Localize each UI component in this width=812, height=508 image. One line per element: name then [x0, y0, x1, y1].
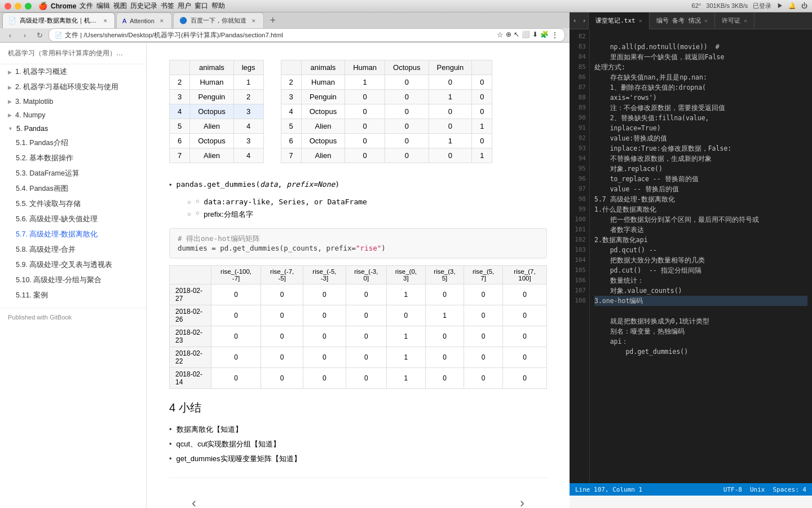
- tab-attention[interactable]: A Attention ✕: [116, 12, 172, 28]
- editor-tab-close-notes[interactable]: ✕: [639, 17, 642, 24]
- menu-dots[interactable]: ⋮: [551, 30, 559, 40]
- editor-status-bar: Line 107, Column 1 UTF-8 Unix Spaces: 4: [570, 483, 812, 496]
- sidebar-item-3[interactable]: ▶ 3. Matplotlib: [0, 95, 146, 108]
- api-call: pandas.get_dummies(data, prefix=None): [176, 180, 340, 189]
- cursor-icon[interactable]: ↖: [514, 30, 519, 40]
- menu-help[interactable]: 帮助: [211, 1, 225, 11]
- download-icon[interactable]: ⬇: [532, 30, 538, 40]
- sidebar-label-5-3: 5.3. DataFrame运算: [16, 169, 80, 178]
- chevron-icon-5: ▼: [8, 126, 13, 132]
- sidebar-item-5-10[interactable]: 5.10. 高级处理-分组与聚合: [0, 273, 146, 288]
- sidebar-item-5-4[interactable]: 5.4. Pandas画图: [0, 181, 146, 196]
- menu-window[interactable]: 窗口: [195, 1, 208, 11]
- sidebar-label-5-7: 5.7. 高级处理-数据离散化: [16, 230, 98, 239]
- back-button[interactable]: ‹: [5, 29, 16, 41]
- editor-code[interactable]: np.all(pd.notnull(movie)) # 里面如果有一个缺失值，就…: [590, 29, 812, 483]
- summary-list: 数据离散化【知道】 qcut、cut实现数据分组【知道】 get_dummies…: [169, 422, 547, 466]
- menu-apple[interactable]: 🍎: [38, 2, 47, 10]
- menu-chrome[interactable]: Chrome: [51, 2, 76, 10]
- editor-body: 8283848586878889909192939495969798991001…: [570, 29, 812, 483]
- sidebar-item-5-3[interactable]: 5.3. DataFrame运算: [0, 166, 146, 181]
- extensions-icon[interactable]: 🧩: [540, 30, 549, 40]
- sidebar-label-5-10: 5.10. 高级处理-分组与聚合: [16, 275, 102, 285]
- tab-bar: 📄 高级处理-数据离散化｜机器学… ✕ A Attention ✕ 🔵 百度一下…: [0, 12, 570, 28]
- editor-tab-number[interactable]: 编号 备考 情况 ✕: [650, 12, 715, 29]
- menu-edit[interactable]: 编辑: [96, 1, 110, 11]
- next-page-button[interactable]: ›: [520, 495, 524, 508]
- chevron-icon-3: ▶: [8, 99, 12, 104]
- sidebar-label-5-4: 5.4. Pandas画图: [16, 184, 68, 194]
- sidebar-item-2[interactable]: ▶ 2. 机器学习基础环境安装与使用: [0, 80, 146, 95]
- page-navigation: ‹ ›: [169, 478, 547, 508]
- sidebar-item-5-9[interactable]: 5.9. 高级处理-交叉表与透视表: [0, 257, 146, 273]
- sidebar-item-5-8[interactable]: 5.8. 高级处理-合并: [0, 242, 146, 257]
- prev-page-button[interactable]: ‹: [192, 495, 196, 508]
- bookmark-icon[interactable]: ☆: [497, 30, 504, 40]
- editor-panel: ‹ › 课堂笔记.txt ✕ 编号 备考 情况 ✕ 许可证 ✕ 82838485…: [570, 12, 812, 496]
- sidebar-label-5-6: 5.6. 高级处理-缺失值处理: [16, 214, 98, 224]
- menu-history[interactable]: 历史记录: [130, 1, 157, 11]
- sidebar-label-5-5: 5.5. 文件读取与存储: [16, 199, 81, 209]
- macos-menu-bar: 🍎 Chrome 文件 编辑 视图 历史记录 书签 用户 窗口 帮助 62° 3…: [0, 0, 812, 12]
- tab-favicon-main: 📄: [8, 17, 16, 24]
- sidebar-item-5[interactable]: ▼ 5. Pandas: [0, 122, 146, 135]
- sidebar-label-4: 4. Numpy: [15, 111, 46, 119]
- tab-close-baidu[interactable]: ✕: [250, 17, 258, 25]
- sidebar-item-5-6[interactable]: 5.6. 高级处理-缺失值处理: [0, 212, 146, 227]
- editor-nav-right[interactable]: ›: [580, 12, 589, 29]
- editor-tab-number-label: 编号 备考 情况: [656, 16, 701, 25]
- api-param-data: data:array-like, Series, or DataFrame: [204, 198, 367, 206]
- sidebar-label-5-2: 5.2. 基本数据操作: [16, 154, 73, 163]
- close-button[interactable]: [5, 3, 11, 10]
- reload-button[interactable]: ↻: [34, 29, 45, 41]
- editor-tab-license[interactable]: 许可证 ✕: [715, 12, 754, 29]
- new-tab-button[interactable]: +: [265, 12, 281, 28]
- summary-heading: 4 小结: [169, 400, 547, 415]
- editor-tab-license-label: 许可证: [722, 16, 740, 25]
- menu-user[interactable]: 用户: [178, 1, 191, 11]
- pip-icon[interactable]: ⬜: [522, 30, 530, 40]
- editor-tab-notes[interactable]: 课堂笔记.txt ✕: [589, 12, 650, 29]
- sidebar-item-4[interactable]: ▶ 4. Numpy: [0, 108, 146, 122]
- sidebar-item-1[interactable]: ▶ 1. 机器学习概述: [0, 64, 146, 80]
- forward-button[interactable]: ›: [19, 29, 30, 41]
- minimize-button[interactable]: [15, 3, 21, 10]
- sidebar-item-5-2[interactable]: 5.2. 基本数据操作: [0, 151, 146, 166]
- sidebar-label-2: 2. 机器学习基础环境安装与使用: [15, 82, 118, 92]
- screen-icon[interactable]: ⊕: [506, 30, 511, 40]
- sidebar-item-5-11[interactable]: 5.11. 案例: [0, 288, 146, 303]
- sidebar-label-3: 3. Matplotlib: [15, 98, 53, 106]
- api-param-prefix: prefix:分组名字: [204, 209, 253, 220]
- address-bar: ‹ › ↻ 📄 文件 | /Users/sherwin/Desktop/机器学习…: [0, 28, 570, 42]
- sidebar-label-5-11: 5.11. 案例: [16, 291, 48, 300]
- menu-bookmarks[interactable]: 书签: [161, 1, 174, 11]
- api-params: ○ data:array-like, Series, or DataFrame …: [169, 196, 547, 221]
- menu-file[interactable]: 文件: [80, 1, 93, 11]
- sidebar-item-5-5[interactable]: 5.5. 文件读取与存储: [0, 196, 146, 212]
- editor-tab-close-license[interactable]: ✕: [744, 17, 747, 24]
- code-comment: # 得出one-hot编码矩阵: [178, 234, 539, 244]
- chevron-icon-4: ▶: [8, 112, 12, 118]
- sidebar-label-5-9: 5.9. 高级处理-交叉表与透视表: [16, 260, 113, 270]
- editor-nav-left[interactable]: ‹: [570, 12, 580, 29]
- tab-baidu[interactable]: 🔵 百度一下，你就知道 ✕: [173, 12, 264, 28]
- chevron-icon: ▶: [8, 69, 12, 75]
- animals-table-left: animals legs 2Human1 3Penguin2 4Octopus3…: [169, 60, 264, 163]
- tab-label-main: 高级处理-数据离散化｜机器学…: [20, 16, 99, 25]
- sidebar-label-1: 1. 机器学习概述: [15, 67, 67, 77]
- url-bar[interactable]: 📄 文件 | /Users/sherwin/Desktop/机器学习(科学计算库…: [48, 28, 565, 42]
- sidebar-item-5-7[interactable]: 5.7. 高级处理-数据离散化: [0, 227, 146, 242]
- menu-view[interactable]: 视图: [113, 1, 127, 11]
- status-right: 62° 301KB/s 3KB/s 已登录 ▶ 🔔 ⏻: [692, 2, 807, 10]
- sidebar-item-5-1[interactable]: 5.1. Pandas介绍: [0, 135, 146, 151]
- sidebar-footer: Published with GitBook: [0, 308, 146, 326]
- api-list: pandas.get_dummies(data, prefix=None): [169, 178, 547, 191]
- editor-status-line: Line 107, Column 1: [575, 486, 642, 493]
- editor-tab-close-number[interactable]: ✕: [704, 17, 708, 24]
- tab-close-main[interactable]: ✕: [102, 17, 109, 25]
- maximize-button[interactable]: [25, 3, 32, 10]
- tab-main[interactable]: 📄 高级处理-数据离散化｜机器学… ✕: [2, 12, 115, 28]
- chevron-icon-2: ▶: [8, 85, 12, 90]
- tab-close-attention[interactable]: ✕: [158, 17, 166, 25]
- tab-favicon-attention: A: [122, 17, 126, 24]
